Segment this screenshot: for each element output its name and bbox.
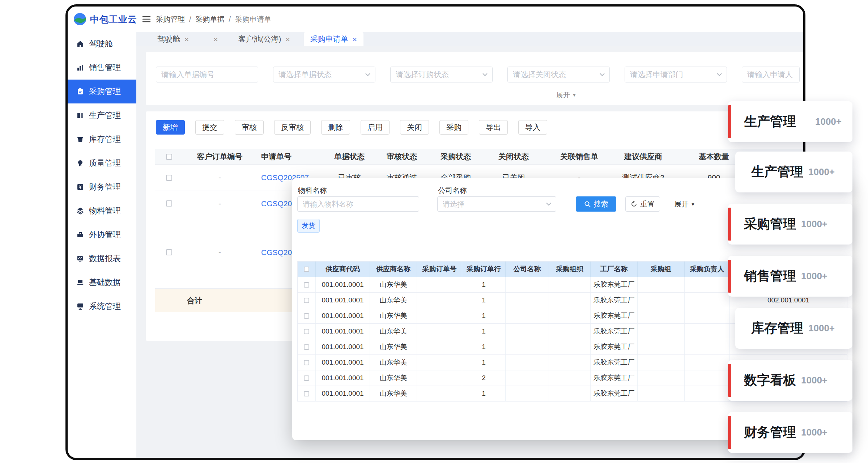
chevron-down-icon bbox=[546, 203, 551, 206]
module-card-inventory[interactable]: 库存管理 1000+ bbox=[735, 308, 852, 349]
order-line-cell: 1 bbox=[462, 293, 506, 308]
audit-button[interactable]: 审核 bbox=[235, 120, 264, 135]
card-title: 库存管理 bbox=[751, 319, 803, 337]
sidebar-item-production[interactable]: 生产管理 bbox=[68, 103, 136, 127]
select-all-checkbox[interactable] bbox=[304, 267, 309, 272]
doc-status-input[interactable] bbox=[273, 67, 375, 82]
sidebar-item-quality[interactable]: 质量管理 bbox=[68, 151, 136, 175]
search-button[interactable]: 搜索 bbox=[576, 196, 616, 212]
sidebar-item-inventory[interactable]: 库存管理 bbox=[68, 127, 136, 151]
column-header: 采购组 bbox=[638, 262, 685, 277]
column-header: 工厂名称 bbox=[591, 262, 638, 277]
sidebar-item-reports[interactable]: 数据报表 bbox=[68, 247, 136, 271]
tab-close-icon[interactable]: × bbox=[213, 35, 218, 43]
module-card-production-2[interactable]: 生产管理 1000+ bbox=[735, 152, 852, 192]
enable-button[interactable]: 启用 bbox=[361, 120, 390, 135]
card-title: 数字看板 bbox=[744, 371, 796, 389]
sidebar-item-dashboard[interactable]: 驾驶舱 bbox=[68, 32, 136, 56]
tab-purchase-request[interactable]: 采购申请单 × bbox=[304, 32, 363, 46]
module-card-sales[interactable]: 销售管理 1000+ bbox=[728, 256, 852, 297]
base-data-icon bbox=[76, 279, 84, 286]
doc-status-select[interactable] bbox=[273, 67, 375, 82]
apply-dept-input[interactable] bbox=[625, 67, 727, 82]
sidebar-item-outsourcing[interactable]: 外协管理 bbox=[68, 223, 136, 247]
company-name-select[interactable] bbox=[437, 196, 556, 212]
row-checkbox[interactable] bbox=[304, 360, 309, 365]
close-status-select[interactable] bbox=[507, 67, 610, 82]
breadcrumb-item[interactable]: 采购管理 bbox=[156, 14, 185, 24]
select-all-checkbox[interactable] bbox=[166, 154, 172, 160]
module-card-production[interactable]: 生产管理 1000+ bbox=[728, 101, 852, 142]
system-icon bbox=[76, 302, 84, 310]
total-label: 合计 bbox=[183, 289, 257, 312]
sidebar-item-label: 生产管理 bbox=[89, 110, 121, 121]
sidebar-item-procurement[interactable]: 采购管理 bbox=[68, 80, 136, 103]
submit-button[interactable]: 提交 bbox=[195, 120, 224, 135]
doc-number-field[interactable] bbox=[156, 67, 258, 82]
row-checkbox[interactable] bbox=[304, 298, 309, 303]
company-name-input[interactable] bbox=[437, 196, 556, 212]
material-name-input[interactable] bbox=[297, 196, 419, 212]
row-checkbox[interactable] bbox=[166, 200, 172, 207]
applicant-field[interactable] bbox=[742, 67, 800, 82]
unaudit-button[interactable]: 反审核 bbox=[274, 120, 311, 135]
row-checkbox[interactable] bbox=[304, 313, 309, 319]
order-status-input[interactable] bbox=[390, 67, 493, 82]
material-name-field[interactable] bbox=[297, 196, 419, 212]
close-status-input[interactable] bbox=[507, 67, 610, 82]
filter-expand-toggle[interactable]: 展开 ▼ bbox=[556, 90, 576, 100]
row-checkbox[interactable] bbox=[304, 375, 309, 381]
applicant-input[interactable] bbox=[742, 67, 800, 82]
supplier-name-cell: 山东华美 bbox=[370, 370, 417, 386]
row-checkbox[interactable] bbox=[166, 175, 172, 181]
chevron-down-icon bbox=[717, 73, 722, 76]
tab-customer-pool[interactable]: 客户池(公海) × bbox=[232, 32, 297, 46]
apply-dept-select[interactable] bbox=[625, 67, 727, 82]
inventory-icon bbox=[76, 135, 84, 143]
order-status-select[interactable] bbox=[390, 67, 493, 82]
supplier-code-cell: 001.001.0001 bbox=[316, 308, 370, 323]
supplier-name-cell: 山东华美 bbox=[370, 324, 417, 339]
module-card-procurement[interactable]: 采购管理 1000+ bbox=[728, 204, 852, 245]
row-checkbox[interactable] bbox=[166, 249, 172, 255]
tab-dashboard[interactable]: 驾驶舱 × bbox=[151, 32, 195, 46]
import-button[interactable]: 导入 bbox=[518, 120, 547, 135]
row-checkbox[interactable] bbox=[304, 282, 309, 288]
row-checkbox[interactable] bbox=[304, 391, 309, 396]
add-button[interactable]: 新增 bbox=[156, 120, 185, 135]
breadcrumb-item[interactable]: 采购单据 bbox=[196, 14, 225, 24]
column-header: 采购订单号 bbox=[417, 262, 462, 277]
procurement-icon bbox=[76, 88, 84, 95]
row-checkbox[interactable] bbox=[304, 344, 309, 350]
close-button[interactable]: 关闭 bbox=[400, 120, 429, 135]
tab-close-icon[interactable]: × bbox=[286, 35, 290, 43]
sidebar-item-system[interactable]: 系统管理 bbox=[68, 294, 136, 318]
tab-close-icon[interactable]: × bbox=[184, 35, 189, 43]
row-checkbox[interactable] bbox=[304, 329, 309, 334]
red-accent-bar bbox=[728, 208, 731, 241]
supplier-code-cell: 001.001.0001 bbox=[316, 324, 370, 339]
purchase-button[interactable]: 采购 bbox=[439, 120, 468, 135]
reset-button[interactable]: 重置 bbox=[625, 196, 660, 212]
sidebar-item-sales[interactable]: 销售管理 bbox=[68, 56, 136, 80]
app-header: 中包工业云 采购管理 / 采购单据 / 采购申请单 bbox=[68, 7, 803, 32]
dialog-expand-toggle[interactable]: 展开 ▼ bbox=[674, 199, 695, 209]
delete-button[interactable]: 删除 bbox=[321, 120, 350, 135]
menu-collapse-icon[interactable] bbox=[142, 15, 151, 23]
tab-unnamed[interactable]: × bbox=[203, 32, 224, 46]
module-card-digital-board[interactable]: 数字看板 1000+ bbox=[728, 360, 852, 401]
table-header-row: 客户订单编号 申请单号 单据状态 审核状态 采购状态 关闭状态 关联销售单 建议… bbox=[155, 149, 803, 165]
sidebar-item-materials[interactable]: 物料管理 bbox=[68, 199, 136, 223]
tab-close-icon[interactable]: × bbox=[353, 35, 357, 43]
doc-number-input[interactable] bbox=[156, 67, 258, 82]
breadcrumb-separator: / bbox=[189, 15, 191, 24]
ship-button[interactable]: 发货 bbox=[297, 219, 320, 233]
order-line-cell: 1 bbox=[462, 355, 506, 370]
supplier-code-cell: 001.001.0001 bbox=[316, 339, 370, 354]
sidebar-item-base-data[interactable]: 基础数据 bbox=[68, 271, 136, 294]
module-card-finance[interactable]: 财务管理 1000+ bbox=[728, 412, 852, 453]
sidebar-item-finance[interactable]: 财务管理 bbox=[68, 175, 136, 199]
order-line-cell: 1 bbox=[462, 277, 506, 292]
chevron-down-icon bbox=[600, 73, 605, 76]
export-button[interactable]: 导出 bbox=[479, 120, 508, 135]
